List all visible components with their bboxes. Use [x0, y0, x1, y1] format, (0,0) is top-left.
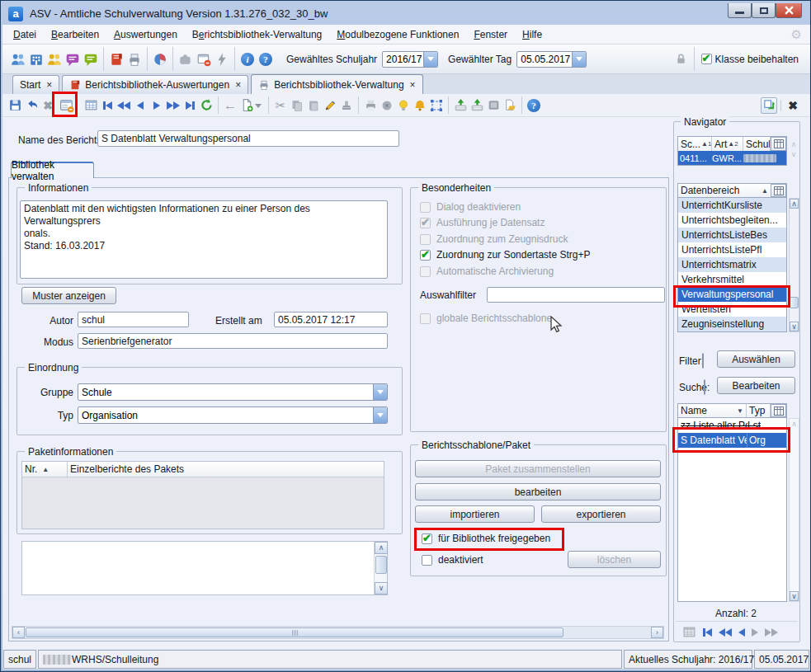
- data-table-icon[interactable]: [83, 97, 99, 114]
- scrollbar-thumb[interactable]: [790, 297, 799, 308]
- settings-icon[interactable]: ⚙: [791, 27, 802, 42]
- list-item[interactable]: UnterrichtsListePfl: [678, 242, 786, 257]
- report-row[interactable]: zz Liste aller Per... Lst: [678, 418, 786, 433]
- modus-input[interactable]: Serienbriefgenerator: [78, 333, 388, 349]
- subtab-bibliothek-verwalten[interactable]: Bibliothek verwalten: [11, 162, 94, 178]
- chevron-down-icon[interactable]: [572, 52, 586, 67]
- horizontal-scrollbar[interactable]: ‹ ›: [12, 626, 664, 639]
- list-item[interactable]: UnterrichtsListeBes: [678, 228, 786, 242]
- report-print-icon[interactable]: [125, 50, 144, 68]
- scroll-up-icon[interactable]: ∧: [789, 140, 799, 148]
- list-item[interactable]: Verkehrsmittel: [678, 272, 786, 287]
- library-export-icon[interactable]: [469, 97, 485, 114]
- tab-close-icon[interactable]: ×: [235, 79, 241, 91]
- undo-icon[interactable]: [23, 97, 40, 114]
- new-document-caret-icon[interactable]: [255, 104, 262, 111]
- help-icon[interactable]: ?: [257, 50, 275, 68]
- close-button[interactable]: [776, 3, 802, 18]
- delete-icon[interactable]: ✖: [40, 97, 56, 114]
- deaktiviert-checkbox[interactable]: [422, 555, 432, 566]
- tab-close-icon[interactable]: ×: [410, 79, 416, 91]
- scrollbar-thumb[interactable]: [26, 627, 563, 637]
- menu-datei[interactable]: Datei: [6, 26, 44, 43]
- school-col-schule[interactable]: Schule: [743, 137, 771, 151]
- list-item[interactable]: UnterrichtKursliste: [678, 198, 786, 213]
- filter-checkbox[interactable]: [702, 353, 704, 369]
- informationen-textarea[interactable]: Datenblatt mit den wichtigsten Informati…: [20, 200, 388, 279]
- tab-start[interactable]: Start ×: [12, 75, 59, 94]
- minimize-button[interactable]: [728, 3, 752, 18]
- students-icon[interactable]: [9, 50, 27, 68]
- school-col-sc[interactable]: Sc...▲1: [678, 137, 712, 151]
- scroll-left-icon[interactable]: ‹: [12, 627, 25, 638]
- nav-next-icon[interactable]: [149, 97, 165, 114]
- suche-checkbox[interactable]: [704, 379, 705, 395]
- hint-bulb-icon[interactable]: [395, 97, 412, 114]
- menu-hilfe[interactable]: Hilfe: [515, 26, 549, 43]
- message-purple-icon[interactable]: [64, 50, 82, 68]
- bearbeiten-button[interactable]: bearbeiten: [415, 483, 661, 500]
- scroll-down-icon[interactable]: ∨: [790, 322, 799, 331]
- record-first-icon[interactable]: [703, 628, 712, 637]
- nav-prev-icon[interactable]: [132, 97, 149, 114]
- maximize-button[interactable]: [752, 3, 776, 18]
- column-config-icon[interactable]: [771, 404, 786, 417]
- chevron-down-icon[interactable]: [373, 407, 387, 423]
- edit-icon[interactable]: [322, 97, 338, 114]
- scroll-down-icon[interactable]: ∨: [789, 150, 799, 158]
- library-import-icon[interactable]: [452, 97, 469, 114]
- scrollbar-thumb[interactable]: [375, 556, 387, 574]
- menu-berichtsbibliothek[interactable]: Berichtsbibliothek-Verwaltung: [185, 26, 329, 43]
- list-item[interactable]: Wertelisten: [678, 302, 786, 317]
- column-config-icon[interactable]: [771, 184, 786, 197]
- muster-anzeigen-button[interactable]: Muster anzeigen: [21, 287, 116, 304]
- report-row-selected[interactable]: S Datenblatt Ve... Org: [678, 433, 786, 448]
- auswahlfilter-input[interactable]: [487, 287, 665, 303]
- paket-col-nr[interactable]: Nr.▲: [22, 462, 68, 477]
- column-config-icon[interactable]: [771, 137, 786, 151]
- reports-col-typ[interactable]: Typ: [747, 404, 771, 417]
- menu-modulbezogene[interactable]: Modulbezogene Funktionen: [329, 26, 466, 43]
- reports-col-name[interactable]: Name▼: [678, 404, 747, 417]
- scroll-down-icon[interactable]: ∨: [790, 591, 799, 601]
- klasse-checkbox[interactable]: [701, 54, 712, 64]
- new-document-icon[interactable]: [238, 97, 255, 114]
- switch-view-icon[interactable]: [761, 97, 777, 114]
- list-item-selected[interactable]: Verwaltungspersonal: [678, 287, 786, 302]
- scroll-down-icon[interactable]: ∨: [375, 582, 388, 594]
- info-icon[interactable]: i: [238, 50, 257, 68]
- nav-last-icon[interactable]: [182, 97, 198, 114]
- typ-combo[interactable]: Organisation: [78, 406, 388, 424]
- exportieren-button[interactable]: exportieren: [541, 505, 661, 523]
- record-fast-prev-icon[interactable]: [719, 628, 732, 637]
- reports-scrollbar[interactable]: ∧ ∨: [789, 418, 799, 602]
- chevron-down-icon[interactable]: [423, 52, 437, 67]
- datenbereich-header[interactable]: Datenbereich▲: [677, 183, 787, 198]
- erstellt-am-input[interactable]: 05.05.2017 12:17: [274, 312, 388, 327]
- chevron-down-icon[interactable]: [373, 384, 387, 400]
- scroll-up-icon[interactable]: ∧: [790, 419, 799, 429]
- tab-berichtsbibliothek-verwaltung[interactable]: Berichtsbibliothek-Verwaltung ×: [251, 74, 422, 94]
- schuljahr-combo[interactable]: 2016/17: [382, 51, 438, 68]
- save-icon[interactable]: [7, 97, 23, 114]
- school-row[interactable]: 0411... GWR...: [678, 151, 786, 165]
- message-green-icon[interactable]: [82, 50, 100, 68]
- list-item[interactable]: Unterrichtsmatrix: [678, 257, 786, 272]
- refresh-icon[interactable]: [198, 97, 215, 114]
- zuordnung-sondertaste-checkbox[interactable]: [420, 250, 431, 261]
- tag-combo[interactable]: 05.05.2017: [516, 51, 587, 68]
- auswaehlen-button[interactable]: Auswählen: [717, 350, 795, 368]
- form-deactivate-icon[interactable]: [59, 97, 75, 114]
- document-export-icon[interactable]: [502, 97, 518, 114]
- importieren-button[interactable]: importieren: [415, 505, 535, 523]
- suche-bearbeiten-button[interactable]: Bearbeiten: [717, 377, 795, 394]
- school-col-art[interactable]: Art▲2: [712, 137, 743, 151]
- tab-berichtsbibliothek-auswertungen[interactable]: Berichtsbibliothek-Auswertungen ×: [62, 75, 248, 94]
- gruppe-combo[interactable]: Schule: [78, 383, 388, 401]
- scroll-up-icon[interactable]: ∧: [375, 542, 388, 554]
- menu-fenster[interactable]: Fenster: [466, 26, 515, 43]
- notes-scrollbar[interactable]: ∧ ∨: [374, 542, 387, 594]
- notes-textarea[interactable]: ∧ ∨: [21, 541, 388, 595]
- close-module-icon[interactable]: ✖: [785, 97, 801, 114]
- scroll-right-icon[interactable]: ›: [651, 627, 663, 638]
